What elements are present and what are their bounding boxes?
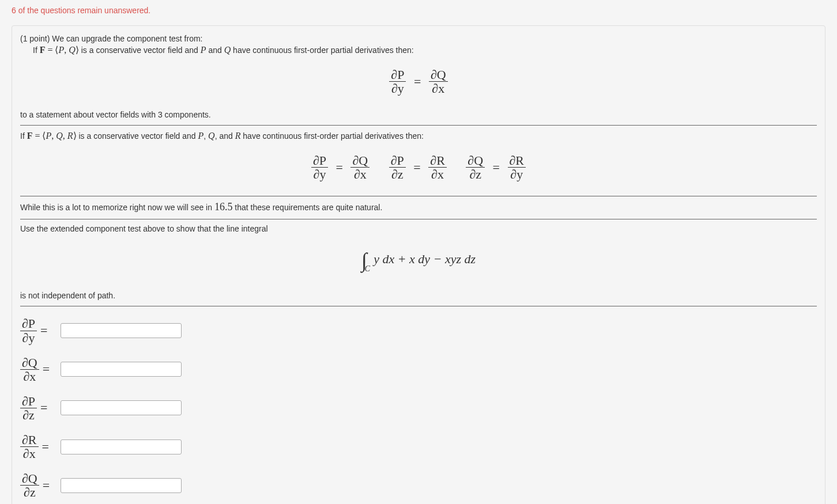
eq-sign: = (488, 160, 504, 175)
eq-sign: = (40, 323, 47, 338)
if-3d-after: have continuous first-order partial deri… (240, 131, 424, 141)
answer-label: ∂P∂y = (20, 317, 55, 344)
eq-sign: = (43, 362, 50, 377)
answer-input-drdx[interactable] (61, 439, 182, 454)
den: ∂y (508, 168, 526, 181)
sym-Q-4: Q (208, 131, 215, 141)
den: ∂x (428, 168, 447, 181)
frac-c: ∂P∂z (389, 154, 406, 181)
page-container: 6 of the questions remain unanswered. (1… (0, 0, 837, 504)
sym-R-2: R (235, 131, 241, 141)
num: ∂Q (466, 154, 485, 168)
vec-F: F (40, 45, 46, 55)
if-3d-before: If (20, 131, 27, 141)
frac-label: ∂Q∂x (20, 356, 39, 383)
if-2d-statement: If F = ⟨P, Q⟩ is a conservative vector f… (33, 44, 817, 55)
frac-num: ∂Q (429, 68, 448, 82)
answer-input-dqdz[interactable] (61, 478, 182, 493)
sym-Q-3: Q (56, 131, 63, 141)
section-number: 16.5 (214, 201, 233, 213)
equation-2d: ∂P ∂y = ∂Q ∂x (20, 68, 817, 95)
eq-sign: = (409, 160, 425, 175)
den: ∂z (20, 486, 39, 499)
answer-input-dqdx[interactable] (61, 362, 182, 377)
answer-input-dpdz[interactable] (61, 400, 182, 415)
answer-label: ∂P∂z = (20, 395, 55, 422)
frac-a: ∂P∂y (311, 154, 328, 181)
num: ∂Q (350, 154, 370, 168)
use-test-text: Use the extended component test above to… (20, 224, 817, 233)
if-2d-after: have continuous first-order partial deri… (231, 46, 414, 55)
sep2: , and (215, 131, 235, 141)
frac-dpdy: ∂P ∂y (389, 68, 406, 95)
eq-spacer (450, 159, 466, 173)
num: ∂P (389, 154, 406, 168)
bridge-text: to a statement about vector fields with … (20, 110, 817, 119)
frac-label: ∂R∂x (20, 433, 39, 460)
sym-P-4: P (198, 131, 204, 141)
frac-den: ∂x (429, 82, 448, 95)
num: ∂R (20, 433, 39, 447)
divider-2 (20, 196, 817, 196)
den: ∂x (350, 168, 370, 181)
frac-b: ∂Q∂x (350, 154, 370, 181)
if-2d-before: If (33, 46, 40, 55)
num: ∂P (311, 154, 328, 168)
frac-f: ∂R∂y (508, 154, 526, 181)
not-independent-text: is not independent of path. (20, 291, 817, 300)
sym-R: R (67, 131, 73, 141)
equation-3d: ∂P∂y = ∂Q∂x ∂P∂z = ∂R∂x ∂Q∂z = ∂R∂y (20, 154, 817, 181)
if-3d-statement: If F = ⟨P, Q, R⟩ is a conservative vecto… (20, 130, 817, 141)
answer-row-dqdx: ∂Q∂x = (20, 350, 817, 389)
if-2d-mid2: and (206, 46, 224, 55)
eq-sign: = (409, 74, 425, 89)
problem-intro: (1 point) We can upgrade the component t… (20, 34, 817, 43)
den: ∂z (389, 168, 406, 181)
comma: , (63, 131, 67, 141)
points-label: (1 point) (20, 34, 52, 43)
frac-label: ∂P∂y (20, 317, 37, 344)
eq-sign: = (331, 160, 348, 175)
den: ∂x (20, 370, 39, 383)
eq-sign: = (43, 478, 50, 493)
sym-Q: Q (69, 45, 76, 55)
equals-sign: = (45, 45, 55, 55)
eq-sign: = (42, 439, 49, 454)
integral-subscript: C (365, 264, 370, 273)
frac-num: ∂P (389, 68, 406, 82)
frac-d: ∂R∂x (428, 154, 447, 181)
sym-P-2: P (201, 45, 206, 55)
divider-1 (20, 125, 817, 126)
frac-label: ∂Q∂z (20, 472, 39, 499)
frac-label: ∂P∂z (20, 395, 37, 422)
if-3d-mid1: is a conservative vector field and (77, 131, 198, 141)
divider-4 (20, 306, 817, 306)
memorize-after: that these requirements are quite natura… (232, 203, 382, 212)
line-integral: ∫Cy dx + x dy − xyz dz (20, 248, 817, 274)
num: ∂R (428, 154, 447, 168)
den: ∂y (311, 168, 328, 181)
den: ∂z (466, 168, 485, 181)
frac-dqdx: ∂Q ∂x (429, 68, 448, 95)
num: ∂Q (20, 472, 39, 486)
answer-row-dpdy: ∂P∂y = (20, 311, 817, 350)
num: ∂Q (20, 356, 39, 370)
eq-sign: = (40, 400, 47, 415)
integral-body: y dx + x dy − xyz dz (374, 252, 476, 266)
sym-P: P (58, 45, 64, 55)
answer-input-dpdy[interactable] (61, 323, 182, 338)
answer-row-dpdz: ∂P∂z = (20, 389, 817, 427)
answer-row-dqdz: ∂Q∂z = (20, 466, 817, 504)
equals-sign: = (32, 131, 42, 141)
frac-den: ∂y (389, 82, 406, 95)
answer-label: ∂R∂x = (20, 433, 55, 460)
sym-P-3: P (46, 131, 51, 141)
num: ∂R (508, 154, 526, 168)
divider-3 (20, 219, 817, 219)
frac-e: ∂Q∂z (466, 154, 485, 181)
eq-spacer (373, 159, 389, 173)
unanswered-warning: 6 of the questions remain unanswered. (12, 6, 825, 15)
answer-label: ∂Q∂z = (20, 472, 55, 499)
problem-box: (1 point) We can upgrade the component t… (12, 25, 825, 504)
intro-text: We can upgrade the component test from: (52, 34, 202, 43)
